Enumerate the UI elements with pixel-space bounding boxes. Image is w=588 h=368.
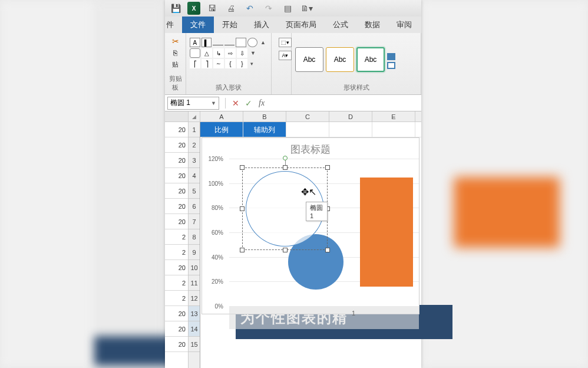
resize-handle-bm[interactable] [283, 248, 288, 252]
col-header-c[interactable]: C [286, 111, 329, 121]
inserted-ellipse-shape[interactable]: ✥↖ 椭圆 1 [242, 167, 328, 250]
worksheet[interactable]: ◢ A B C D E 20 20 20 20 20 20 20 2 2 20 … [165, 111, 421, 368]
tab-insert[interactable]: 插入 [246, 17, 278, 33]
cell-a1[interactable]: 比例 [200, 122, 243, 137]
shape-arrow-right[interactable]: ⇨ [225, 48, 236, 58]
preview-icon[interactable]: 🗎▾ [299, 2, 313, 14]
save-alt-icon[interactable]: 🖫 [205, 2, 219, 14]
formula-input[interactable] [268, 97, 421, 110]
shape-rect[interactable] [236, 38, 246, 47]
name-box-dropdown[interactable]: ▼ [211, 100, 216, 106]
tab-review[interactable]: 审阅 [388, 17, 420, 33]
shape-triangle[interactable]: △ [201, 48, 212, 58]
style-preset-2[interactable]: Abc [326, 47, 354, 72]
row-header[interactable]: 12 [189, 291, 200, 306]
page-icon[interactable]: ▤ [280, 2, 295, 14]
group-label-shape-style: 形状样式 [295, 81, 417, 92]
cell-e1[interactable] [372, 122, 415, 137]
row-headers: 1 2 3 4 5 6 7 8 9 10 11 12 13 14 15 [189, 122, 200, 368]
cancel-button[interactable]: ✕ [229, 97, 242, 110]
style-dropdown-1[interactable]: ⬚▾ [279, 38, 292, 47]
outline-color-button[interactable] [387, 62, 395, 69]
shape-arrow-down[interactable]: ⇩ [237, 48, 247, 58]
row-header[interactable]: 15 [189, 337, 200, 352]
row-header[interactable]: 8 [189, 229, 200, 245]
row-header[interactable]: 14 [189, 321, 200, 337]
partial-column: 20 20 20 20 20 20 20 2 2 20 2 2 20 20 20 [165, 122, 189, 368]
ribbon-tabs: 件 文件 开始 插入 页面布局 公式 数据 审阅 [165, 17, 421, 33]
resize-handle-tm[interactable] [283, 165, 288, 170]
shape-textbox[interactable]: A [190, 38, 200, 47]
style-dropdown-2[interactable]: A▾ [279, 51, 292, 60]
chart-series-bar[interactable] [360, 178, 413, 287]
tab-partial[interactable]: 件 [165, 17, 182, 33]
ribbon-body: ✂ ⎘ 贴 剪贴板 A ▌ ▲ △ ↳ ⇨ [165, 33, 421, 95]
select-all-corner[interactable]: ◢ [189, 111, 200, 121]
shape-line[interactable] [213, 45, 223, 45]
tab-home[interactable]: 开始 [214, 17, 246, 33]
rotate-handle[interactable] [283, 156, 288, 160]
shapes-more-1[interactable]: ▲ [259, 40, 267, 45]
tab-data[interactable]: 数据 [356, 17, 388, 33]
row-header[interactable]: 13 [189, 306, 200, 321]
chart-plot-area[interactable]: 120% 100% 80% 60% 40% 20% 0% [229, 159, 419, 306]
shape-rounded[interactable] [190, 48, 200, 58]
shape-textbox-v[interactable]: ▌ [201, 38, 212, 47]
row-header[interactable]: 4 [189, 168, 200, 183]
cut-icon[interactable]: ✂ [172, 37, 179, 46]
resize-handle-br[interactable] [325, 248, 330, 252]
save-icon[interactable]: 💾 [169, 2, 183, 14]
shape-rbracket[interactable]: ⎤ [201, 59, 212, 68]
row-header[interactable]: 3 [189, 153, 200, 168]
shape-arrow[interactable] [224, 45, 234, 45]
row-header[interactable]: 6 [189, 199, 200, 214]
shape-connector[interactable]: ↳ [213, 48, 224, 58]
row-header[interactable]: 1 [189, 122, 200, 137]
paste-button[interactable]: 贴 [172, 60, 179, 69]
resize-handle-lm[interactable] [240, 206, 245, 211]
shape-rbrace[interactable]: } [237, 59, 247, 68]
resize-handle-tr[interactable] [325, 165, 330, 170]
group-misc: ⬚▾ A▾ [272, 33, 292, 94]
row-header[interactable]: 9 [189, 245, 200, 260]
shape-curve[interactable]: ～ [213, 59, 224, 68]
formula-bar: 椭圆 1 ▼ ✕ ✓ fx [165, 95, 421, 111]
row-header[interactable]: 7 [189, 214, 200, 229]
cell-d1[interactable] [329, 122, 372, 137]
grid-cells[interactable]: 比例 辅助列 图表标题 120% 100% 80% 60% [200, 122, 421, 368]
row-header[interactable]: 10 [189, 260, 200, 275]
cell-c1[interactable] [286, 122, 329, 137]
chart-object[interactable]: 图表标题 120% 100% 80% 60% 40% 20% 0% [201, 137, 419, 314]
shapes-more-3[interactable]: ▾ [249, 61, 255, 67]
name-box[interactable]: 椭圆 1 ▼ [167, 97, 219, 110]
style-preset-3[interactable]: Abc [356, 47, 385, 72]
col-header-a[interactable]: A [200, 111, 243, 121]
quick-access-toolbar: 💾 X 🖫 🖨 ↶ ↷ ▤ 🗎▾ [165, 0, 421, 17]
fill-color-button[interactable] [387, 53, 395, 60]
row-header[interactable]: 2 [189, 137, 200, 153]
tab-file[interactable]: 文件 [182, 17, 214, 33]
print-icon[interactable]: 🖨 [224, 2, 238, 14]
col-header-b[interactable]: B [243, 111, 286, 121]
undo-icon[interactable]: ↶ [243, 2, 257, 14]
shape-oval[interactable] [247, 38, 258, 47]
shape-lbrace[interactable]: { [225, 59, 236, 68]
resize-handle-tl[interactable] [240, 165, 245, 170]
excel-window: 💾 X 🖫 🖨 ↶ ↷ ▤ 🗎▾ 件 文件 开始 插入 页面布局 公式 数据 审… [165, 0, 421, 368]
confirm-button[interactable]: ✓ [242, 97, 255, 110]
shape-lbracket[interactable]: ⎡ [190, 59, 200, 68]
copy-icon[interactable]: ⎘ [173, 49, 177, 57]
col-header-d[interactable]: D [329, 111, 372, 121]
tab-page-layout[interactable]: 页面布局 [278, 17, 325, 33]
chart-title[interactable]: 图表标题 [202, 138, 419, 159]
row-header[interactable]: 5 [189, 183, 200, 199]
redo-icon[interactable]: ↷ [262, 2, 276, 14]
style-preset-1[interactable]: Abc [295, 47, 323, 72]
cell-b1[interactable]: 辅助列 [243, 122, 286, 137]
fx-button[interactable]: fx [255, 98, 268, 108]
row-header[interactable]: 11 [189, 275, 200, 291]
resize-handle-bl[interactable] [240, 248, 245, 252]
col-header-e[interactable]: E [372, 111, 415, 121]
shapes-more-2[interactable]: ▼ [249, 50, 257, 56]
tab-formulas[interactable]: 公式 [325, 17, 356, 33]
